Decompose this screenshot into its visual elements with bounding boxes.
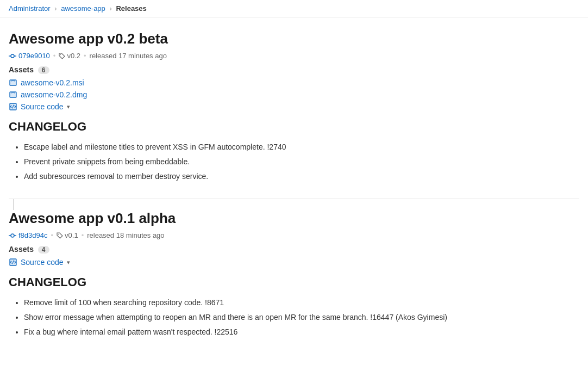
breadcrumb-sep-2: › (109, 4, 111, 13)
changelog-item-2-1: Remove limit of 100 when searching repos… (24, 297, 579, 308)
breadcrumb-sep-1: › (54, 4, 57, 13)
changelog-item-2-3: Fix a bug where internal email pattern w… (24, 326, 579, 338)
source-code-text-2: Source code (21, 258, 64, 267)
tag-badge-2: v0.1 (57, 231, 78, 239)
asset-dmg-link[interactable]: awesome-v0.2.dmg (9, 90, 579, 99)
svg-point-10 (58, 233, 59, 234)
meta-sep-1: • (53, 52, 56, 60)
tag-icon-1 (59, 53, 65, 59)
release-item-1: Awesome app v0.2 beta 079e9010 • v0.2 • (9, 30, 579, 199)
meta-sep-2: • (84, 52, 86, 60)
source-code-icon-2 (9, 258, 17, 267)
commit-icon-1 (9, 52, 16, 60)
asset-msi-text: awesome-v0.2.msi (21, 78, 84, 87)
breadcrumb: Administrator › awesome-app › Releases (0, 0, 588, 17)
package-icon-2 (9, 90, 17, 99)
breadcrumb-admin-link[interactable]: Administrator (9, 4, 51, 13)
tag-text-2: v0.1 (65, 231, 78, 239)
released-time-1: released 17 minutes ago (90, 52, 167, 60)
changelog-title-2: CHANGELOG (9, 275, 579, 289)
meta-sep-3: • (51, 231, 54, 239)
assets-header-2: Assets 4 (9, 245, 579, 254)
commit-hash-text-1: 079e9010 (18, 52, 50, 60)
assets-count-2: 4 (38, 246, 49, 254)
release-item-2: Awesome app v0.1 alpha f8d3d94c • v0.1 • (9, 210, 579, 354)
assets-header-1: Assets 6 (9, 65, 579, 74)
commit-hash-link-2[interactable]: f8d3d94c (9, 231, 48, 239)
commit-hash-link-1[interactable]: 079e9010 (9, 52, 50, 60)
breadcrumb-current: Releases (116, 4, 146, 13)
source-code-text-1: Source code (21, 102, 64, 111)
divider-line (13, 199, 579, 210)
released-time-2: released 18 minutes ago (87, 231, 164, 239)
assets-count-1: 6 (38, 66, 49, 74)
commit-hash-text-2: f8d3d94c (18, 231, 48, 239)
tag-badge-1: v0.2 (59, 52, 80, 60)
source-code-chevron-2: ▾ (67, 259, 70, 266)
changelog-item-1-3: Add subresources removal to member destr… (24, 171, 579, 182)
svg-point-0 (11, 54, 14, 58)
changelog-title-1: CHANGELOG (9, 120, 579, 134)
source-code-icon-1 (9, 102, 17, 111)
breadcrumb-repo-link[interactable]: awesome-app (61, 4, 105, 13)
changelog-list-1: Escape label and milestone titles to pre… (9, 141, 579, 182)
meta-sep-4: • (82, 231, 84, 239)
changelog-list-2: Remove limit of 100 when searching repos… (9, 297, 579, 338)
release-title-2: Awesome app v0.1 alpha (9, 210, 579, 227)
package-icon-1 (9, 78, 17, 87)
source-code-chevron-1: ▾ (67, 103, 70, 110)
commit-icon-2 (9, 232, 16, 239)
asset-dmg-text: awesome-v0.2.dmg (21, 90, 87, 99)
source-code-link-1[interactable]: Source code ▾ (9, 102, 579, 111)
release-meta-2: f8d3d94c • v0.1 • released 18 minutes ag… (9, 231, 579, 239)
svg-point-7 (11, 234, 14, 237)
asset-msi-link[interactable]: awesome-v0.2.msi (9, 78, 579, 87)
changelog-item-1-2: Prevent private snippets from being embe… (24, 156, 579, 168)
releases-content: Awesome app v0.2 beta 079e9010 • v0.2 • (0, 17, 588, 367)
changelog-item-1-1: Escape label and milestone titles to pre… (24, 141, 579, 153)
tag-icon-2 (57, 232, 63, 239)
changelog-item-2-2: Show error message when attempting to re… (24, 312, 579, 323)
tag-text-1: v0.2 (67, 52, 80, 60)
release-title-1: Awesome app v0.2 beta (9, 30, 579, 47)
release-meta-1: 079e9010 • v0.2 • released 17 minutes ag… (9, 52, 579, 60)
svg-point-3 (60, 54, 61, 55)
source-code-link-2[interactable]: Source code ▾ (9, 258, 579, 267)
